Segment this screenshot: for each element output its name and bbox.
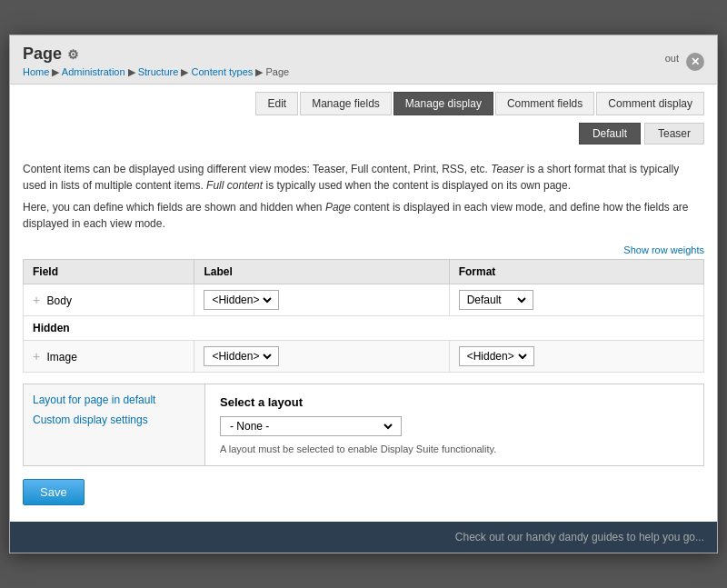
body-format-select-wrap: Default Trimmed Summary: [459, 290, 533, 310]
body-label-select[interactable]: <Hidden> Above Inline Hidden: [208, 293, 274, 307]
modal-title: Page ⚙: [23, 45, 289, 64]
close-button[interactable]: ✕: [686, 53, 704, 71]
desc-line2-before: Here, you can define which fields are sh…: [23, 201, 325, 214]
col-label: Label: [194, 260, 449, 284]
col-field: Field: [24, 260, 194, 284]
layout-note: A layout must be selected to enable Disp…: [220, 443, 689, 454]
field-body-format-cell: Default Trimmed Summary: [449, 284, 703, 316]
modal-container: Page ⚙ Home ▶ Administration ▶ Structure…: [9, 35, 718, 553]
table-row: + Body <Hidden> Above Inline Hidden: [24, 284, 704, 316]
description-box: Content items can be displayed using dif…: [23, 154, 704, 239]
field-image-format-cell: <Hidden> Default: [449, 341, 703, 373]
hidden-label: Hidden: [24, 316, 704, 341]
save-button[interactable]: Save: [23, 479, 85, 505]
view-tab-default[interactable]: Default: [579, 123, 641, 145]
bottom-section: Layout for page in default Custom displa…: [23, 384, 704, 466]
field-image-label-cell: <Hidden> Above Inline: [194, 341, 449, 373]
tab-comment-fields[interactable]: Comment fields: [495, 92, 594, 115]
field-body-cell: + Body: [24, 284, 194, 316]
image-format-select[interactable]: <Hidden> Default: [463, 349, 530, 364]
tab-edit[interactable]: Edit: [255, 92, 298, 115]
bottom-bar-text: Check out our handy dandy guides to help…: [455, 531, 704, 543]
bottom-right-panel: Select a layout - None - A layout must b…: [205, 384, 703, 465]
layout-select-wrap: - None -: [220, 416, 402, 436]
field-image-name: Image: [47, 351, 77, 364]
breadcrumb-structure[interactable]: Structure: [138, 66, 179, 77]
show-row-weights-link[interactable]: Show row weights: [623, 244, 704, 255]
breadcrumb-administration[interactable]: Administration: [62, 66, 125, 77]
body-label-select-wrap: <Hidden> Above Inline Hidden: [204, 290, 279, 310]
breadcrumb-home[interactable]: Home: [23, 66, 49, 77]
tab-manage-display[interactable]: Manage display: [393, 92, 493, 115]
bottom-left-panel: Layout for page in default Custom displa…: [24, 384, 205, 465]
custom-display-settings-link[interactable]: Custom display settings: [33, 414, 195, 426]
body-format-select[interactable]: Default Trimmed Summary: [463, 293, 529, 307]
select-layout-title: Select a layout: [220, 395, 689, 409]
image-label-select-wrap: <Hidden> Above Inline: [204, 346, 279, 366]
image-label-select[interactable]: <Hidden> Above Inline: [208, 349, 274, 364]
image-format-select-wrap: <Hidden> Default: [459, 346, 534, 366]
breadcrumb: Home ▶ Administration ▶ Structure ▶ Cont…: [23, 66, 289, 78]
layout-for-page-link[interactable]: Layout for page in default: [33, 394, 195, 406]
fields-table: Field Label Format + Body <Hidden>: [23, 259, 704, 373]
hidden-section-header: Hidden: [24, 316, 704, 341]
view-tab-teaser[interactable]: Teaser: [644, 123, 704, 145]
tab-manage-fields[interactable]: Manage fields: [300, 92, 392, 115]
show-row-weights-container: Show row weights: [23, 244, 704, 255]
top-right-label: out: [665, 53, 679, 64]
gear-icon[interactable]: ⚙: [67, 47, 79, 62]
col-format: Format: [449, 260, 703, 284]
bottom-bar: Check out our handy dandy guides to help…: [10, 522, 717, 553]
field-body-label-cell: <Hidden> Above Inline Hidden: [194, 284, 449, 316]
breadcrumb-page: Page: [265, 66, 289, 77]
view-tabs: Default Teaser: [23, 123, 704, 145]
desc-line1-before: Content items can be displayed using dif…: [23, 163, 491, 175]
field-body-name: Body: [47, 294, 72, 307]
desc-em-full: Full content: [206, 179, 263, 192]
tab-bar: Edit Manage fields Manage display Commen…: [23, 85, 704, 115]
layout-select[interactable]: - None -: [226, 419, 395, 434]
save-bar: Save: [23, 466, 704, 509]
modal-body: Edit Manage fields Manage display Commen…: [10, 85, 717, 522]
modal-header: Page ⚙ Home ▶ Administration ▶ Structure…: [10, 35, 717, 85]
table-header-row: Field Label Format: [24, 260, 704, 284]
page-title: Page: [23, 45, 62, 64]
breadcrumb-content-types[interactable]: Content types: [191, 66, 253, 77]
table-row: + Image <Hidden> Above Inline: [24, 341, 704, 373]
field-image-cell: + Image: [24, 341, 194, 373]
desc-em-teaser: Teaser: [491, 163, 523, 175]
desc-em-page: Page: [325, 201, 351, 214]
drag-handle-image[interactable]: +: [33, 349, 40, 364]
drag-handle-body[interactable]: +: [33, 293, 40, 307]
tab-comment-display[interactable]: Comment display: [596, 92, 704, 115]
desc-line1-after: is typically used when the content is di…: [263, 179, 571, 192]
